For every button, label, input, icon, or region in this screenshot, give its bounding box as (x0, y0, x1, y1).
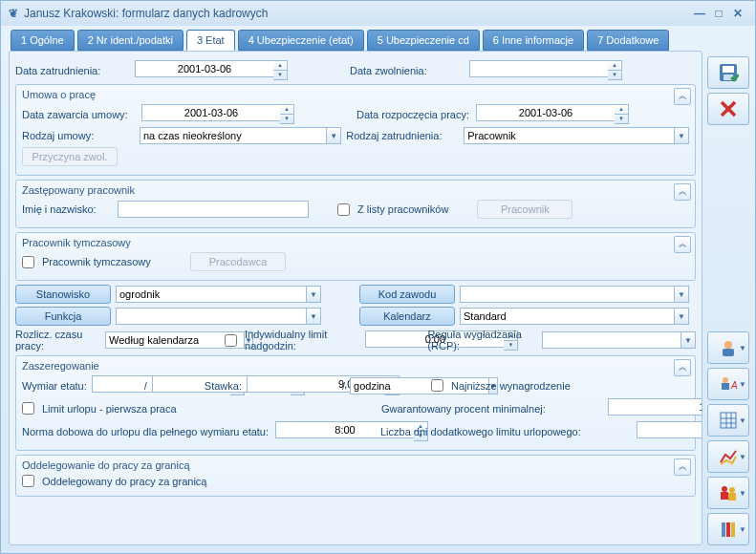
kod-combo[interactable]: ▼ (460, 286, 689, 303)
svg-point-15 (729, 487, 735, 493)
kod-zawodu-button[interactable]: Kod zawodu (359, 285, 455, 304)
gwarant-input[interactable]: ▲▼ (608, 398, 689, 418)
tymczasowy-checkbox[interactable] (22, 256, 34, 268)
save-button[interactable] (707, 56, 749, 89)
side-btn-3[interactable]: ▼ (707, 404, 749, 437)
norma-input[interactable]: ▲▼ (275, 421, 333, 441)
tab-ogolne[interactable]: 1 Ogólne (11, 30, 75, 51)
data-zwolnienia-input[interactable]: ▲▼ (469, 60, 560, 80)
wymiar1-input[interactable]: ▲▼ (92, 375, 140, 395)
rodzaj-zatr-combo[interactable]: ▼ (464, 127, 689, 144)
close-button[interactable]: ✕ (728, 7, 747, 20)
kalendarz-button[interactable]: Kalendarz (359, 307, 455, 326)
svg-rect-18 (726, 522, 730, 537)
collapse-button[interactable]: ︽ (674, 236, 691, 253)
collapse-button[interactable]: ︽ (674, 458, 691, 476)
svg-point-13 (722, 486, 727, 492)
chart-icon (719, 447, 738, 466)
cancel-button[interactable] (707, 93, 749, 125)
x-icon (719, 99, 738, 118)
svg-point-5 (723, 377, 728, 383)
stanowisko-button[interactable]: Stanowisko (15, 285, 111, 304)
stanowisko-combo[interactable]: ▼ (116, 286, 321, 303)
tabstrip: 1 Ogólne 2 Nr ident./podatki 3 Etat 4 Ub… (1, 26, 755, 51)
z-listy-checkbox[interactable] (337, 203, 350, 216)
pracodawca-button: Pracodawca (190, 252, 286, 271)
okres-combo[interactable]: ▼ (350, 377, 426, 394)
tab-inne[interactable]: 6 Inne informacje (483, 30, 584, 51)
disk-icon (718, 62, 739, 83)
group-tymcz-title: Pracownik tymczasowy (22, 237, 689, 248)
stawka-input[interactable]: ▲▼ (247, 375, 337, 395)
rozlicz-label: Rozlicz. czasu pracy: (15, 329, 100, 352)
kalendarz-combo[interactable]: ▼ (460, 308, 689, 325)
imie-input[interactable] (118, 201, 309, 218)
tab-dodatkowe[interactable]: 7 Dodatkowe (587, 30, 669, 51)
side-btn-4[interactable]: ▼ (707, 440, 749, 473)
indyw-limit-checkbox[interactable] (225, 334, 237, 347)
rozlicz-combo[interactable]: ▼ (105, 331, 220, 349)
group-tymczasowy: Pracownik tymczasowy ︽ Pracownik tymczas… (15, 232, 696, 281)
slash2: / (342, 380, 345, 392)
books-icon (719, 520, 738, 539)
person-a-icon: A (719, 374, 738, 394)
svg-rect-19 (731, 522, 735, 537)
content: Data zatrudnienia: ▲▼ Data zwolnienia: ▲… (9, 51, 702, 545)
sidebar: ▼ A▼ ▼ ▼ ▼ ▼ (707, 56, 749, 545)
svg-point-3 (724, 341, 732, 349)
indyw-limit-label: Indywidualny limit nadgodzin: (245, 329, 360, 352)
funkcja-button[interactable]: Funkcja (15, 307, 111, 326)
svg-rect-4 (723, 349, 734, 356)
collapse-button[interactable]: ︽ (674, 359, 691, 376)
limit-input[interactable]: ▲▼ (365, 330, 422, 351)
side-btn-5[interactable]: ▼ (707, 477, 749, 509)
svg-text:A: A (730, 380, 738, 391)
collapse-button[interactable]: ︽ (674, 88, 691, 105)
najnizsze-checkbox[interactable] (431, 379, 443, 392)
tab-nrident[interactable]: 2 Nr ident./podatki (77, 30, 184, 51)
rodzaj-umowy-combo[interactable]: ▼ (140, 127, 341, 144)
z-listy-label: Z listy pracowników (357, 203, 448, 215)
data-zawarcia-label: Data zawarcia umowy: (22, 109, 137, 120)
side-btn-6[interactable]: ▼ (707, 513, 749, 545)
maximize-button[interactable]: □ (709, 7, 728, 20)
side-btn-1[interactable]: ▼ (707, 331, 749, 364)
tab-ubezp-etat[interactable]: 4 Ubezpieczenie (etat) (238, 30, 364, 51)
people-icon (719, 483, 738, 502)
svg-rect-14 (721, 492, 728, 500)
data-zawarcia-input[interactable]: ▲▼ (141, 104, 232, 124)
oddeleg-checkbox[interactable] (22, 475, 34, 487)
regula-label: Reguła wygładzania (RCP): (427, 329, 537, 352)
data-rozpoczecia-input[interactable]: ▲▼ (476, 104, 567, 124)
group-zastepowany: Zastępowany pracownik ︽ Imię i nazwisko:… (15, 180, 696, 228)
tab-ubezp-cd[interactable]: 5 Ubezpieczenie cd (367, 30, 480, 51)
liczba-input[interactable]: ▲▼ (637, 421, 689, 441)
tymcz-label: Pracownik tymczasowy (42, 256, 185, 267)
limit-urlopu-checkbox[interactable] (22, 402, 34, 415)
side-btn-2[interactable]: A▼ (707, 368, 749, 400)
liczba-label: Liczba dni dodatkowego limitu urlopowego… (380, 426, 581, 437)
norma-label: Norma dobowa do urlopu dla pełnego wymia… (22, 426, 270, 437)
rodzaj-zatr-label: Rodzaj zatrudnienia: (346, 130, 459, 141)
regula-combo[interactable]: ▼ (542, 331, 696, 349)
grid-icon (719, 411, 738, 430)
data-zatrudnienia-input[interactable]: ▲▼ (135, 60, 226, 80)
group-zast-title: Zastępowany pracownik (22, 184, 689, 196)
collapse-button[interactable]: ︽ (674, 183, 691, 201)
person-icon (719, 338, 738, 357)
wymiar2-input[interactable]: ▲▼ (152, 375, 200, 395)
data-rozpoczecia-label: Data rozpoczęcia pracy: (356, 109, 471, 120)
tab-etat[interactable]: 3 Etat (186, 30, 235, 51)
svg-rect-6 (722, 383, 729, 390)
imie-label: Imię i nazwisko: (22, 203, 113, 215)
window: ❦ Janusz Krakowski: formularz danych kad… (0, 0, 756, 554)
data-zatrudnienia-label: Data zatrudnienia: (15, 65, 130, 76)
titlebar: ❦ Janusz Krakowski: formularz danych kad… (1, 1, 755, 26)
wymiar-label: Wymiar etatu: (22, 380, 87, 392)
funkcja-combo[interactable]: ▼ (116, 308, 321, 325)
pracownik-button: Pracownik (477, 200, 572, 219)
data-zwolnienia-label: Data zwolnienia: (350, 65, 464, 76)
minimize-button[interactable]: — (690, 7, 709, 20)
group-zaszereg-title: Zaszeregowanie (22, 360, 689, 372)
limit-urlopu-label: Limit urlopu - pierwsza praca (42, 403, 377, 415)
